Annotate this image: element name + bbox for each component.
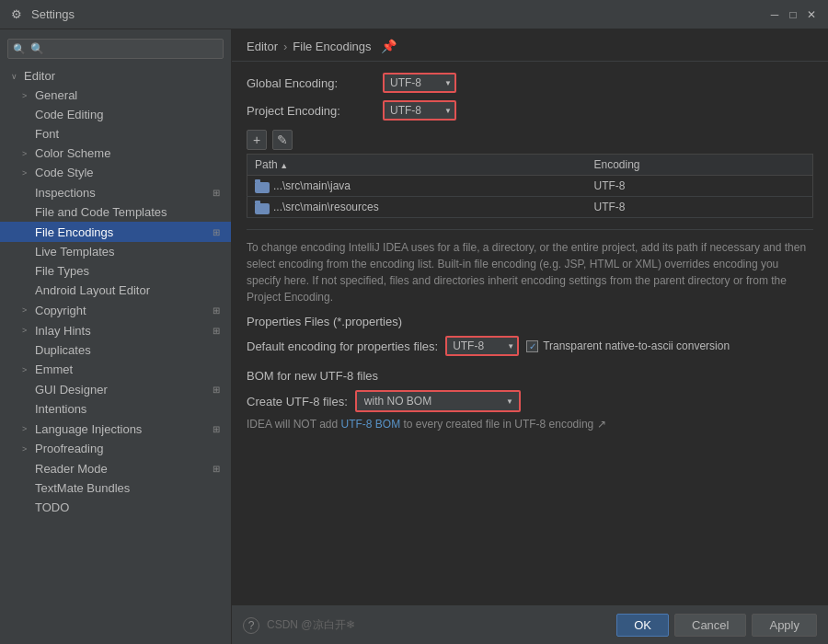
sidebar-item-reader-mode[interactable]: Reader Mode⊞ [0,458,231,478]
sidebar-item-label-emmet: Emmet [35,362,224,376]
project-encoding-row: Project Encoding: UTF-8 [247,100,813,121]
sidebar-item-label-code-style: Code Style [35,166,224,179]
bom-note-suffix: to every created file in UTF-8 encoding … [400,418,605,431]
sidebar-item-file-code-templates[interactable]: File and Code Templates [0,202,231,222]
column-header-encoding[interactable]: Encoding [587,155,813,176]
sidebar-item-label-font: Font [35,127,224,141]
title-bar: ⚙ Settings ─ □ ✕ [0,0,828,29]
sidebar: 🔍 ∨Editor>GeneralCode EditingFont>Color … [0,29,232,644]
cancel-button[interactable]: Cancel [674,614,746,637]
bom-note-link[interactable]: UTF-8 BOM [340,418,400,431]
indicator-icon-gui-designer: ⊞ [209,382,224,397]
description-text: To change encoding IntelliJ IDEA uses fo… [247,229,813,305]
watermark: CSDN @凉白开❄ [267,617,355,633]
table-body: ...\src\main\javaUTF-8...\src\main\resou… [247,176,813,218]
table-row[interactable]: ...\src\main\resourcesUTF-8 [247,197,813,218]
footer-left: ? CSDN @凉白开❄ [243,617,611,634]
sidebar-item-code-style[interactable]: >Code Style [0,163,231,182]
project-encoding-dropdown-wrapper: UTF-8 [383,100,456,121]
table-row[interactable]: ...\src\main\javaUTF-8 [247,176,813,197]
sidebar-item-todo[interactable]: TODO [0,498,231,517]
sidebar-item-language-injections[interactable]: >Language Injections⊞ [0,419,231,439]
sidebar-items-container: ∨Editor>GeneralCode EditingFont>Color Sc… [0,66,231,517]
sidebar-item-label-live-templates: Live Templates [35,245,224,259]
sidebar-item-label-reader-mode: Reader Mode [35,462,205,476]
arrow-icon-general: > [22,91,35,100]
folder-icon [255,182,270,193]
sidebar-item-copyright[interactable]: >Copyright⊞ [0,300,231,320]
indicator-icon-file-encodings: ⊞ [209,224,224,239]
path-encoding-table: Path Encoding ...\src\main\javaUTF-8...\… [247,154,813,218]
column-header-path[interactable]: Path [247,155,587,176]
minimize-button[interactable]: ─ [767,7,782,22]
main-layout: 🔍 ∨Editor>GeneralCode EditingFont>Color … [0,29,828,644]
global-encoding-dropdown[interactable]: UTF-8 [383,73,456,93]
indicator-icon-language-injections: ⊞ [209,421,224,436]
sidebar-item-file-encodings[interactable]: File Encodings⊞ [0,222,231,242]
add-path-button[interactable]: + [247,130,267,150]
sidebar-item-label-color-scheme: Color Scheme [35,146,224,160]
sidebar-item-label-inspections: Inspections [35,186,205,200]
bom-select[interactable]: with NO BOM with BOM [355,390,521,412]
close-button[interactable]: ✕ [804,7,819,22]
sidebar-item-proofreading[interactable]: >Proofreading [0,439,231,458]
bom-create-label: Create UTF-8 files: [247,395,348,408]
edit-path-button[interactable]: ✎ [272,130,293,150]
indicator-icon-inspections: ⊞ [209,185,224,200]
table-cell-encoding: UTF-8 [587,176,813,197]
sidebar-item-inspections[interactable]: Inspections⊞ [0,182,231,202]
transparent-conversion-label: Transparent native-to-ascii conversion [543,339,730,352]
folder-icon [255,203,270,214]
sidebar-item-label-file-types: File Types [35,264,224,278]
properties-encoding-label: Default encoding for properties files: [247,339,438,353]
properties-section-title: Properties Files (*.properties) [247,315,813,328]
help-button[interactable]: ? [243,617,259,634]
sidebar-item-intentions[interactable]: Intentions [0,399,231,419]
sidebar-item-live-templates[interactable]: Live Templates [0,242,231,261]
bom-section-title: BOM for new UTF-8 files [247,369,813,383]
bom-note-text: IDEA will NOT add [247,418,340,431]
table-cell-encoding: UTF-8 [587,197,813,218]
ok-button[interactable]: OK [616,614,669,637]
sidebar-item-code-editing[interactable]: Code Editing [0,105,231,124]
bom-note: IDEA will NOT add UTF-8 BOM to every cre… [247,418,813,431]
sidebar-item-label-textmate-bundles: TextMate Bundles [35,481,224,495]
sidebar-item-editor[interactable]: ∨Editor [0,66,231,86]
sidebar-item-textmate-bundles[interactable]: TextMate Bundles [0,478,231,498]
sidebar-item-label-file-encodings: File Encodings [35,225,205,239]
sidebar-item-emmet[interactable]: >Emmet [0,360,231,379]
project-encoding-label: Project Encoding: [247,104,375,118]
search-input[interactable] [7,39,224,59]
apply-button[interactable]: Apply [752,614,817,637]
breadcrumb-separator: › [283,40,287,53]
sidebar-item-label-inlay-hints: Inlay Hints [35,324,205,338]
table-cell-path: ...\src\main\resources [247,197,587,218]
search-box[interactable]: 🔍 [7,39,224,59]
sidebar-item-file-types[interactable]: File Types [0,261,231,281]
arrow-icon-editor: ∨ [11,72,24,81]
sidebar-item-label-general: General [35,88,224,102]
breadcrumb-parent: Editor [247,40,278,53]
sidebar-item-duplicates[interactable]: Duplicates [0,340,231,360]
sidebar-item-font[interactable]: Font [0,124,231,144]
maximize-button[interactable]: □ [786,7,800,22]
content-body: Global Encoding: UTF-8 Project Encoding:… [232,62,828,605]
arrow-icon-copyright: > [22,305,35,315]
pin-icon[interactable]: 📌 [381,39,397,53]
sidebar-item-color-scheme[interactable]: >Color Scheme [0,144,231,163]
arrow-icon-emmet: > [22,365,35,374]
table-cell-path: ...\src\main\java [247,176,587,197]
arrow-icon-language-injections: > [22,424,35,433]
sidebar-item-label-editor: Editor [24,69,224,83]
sidebar-item-general[interactable]: >General [0,86,231,105]
transparent-conversion-checkbox[interactable] [526,340,538,352]
bom-section: BOM for new UTF-8 files Create UTF-8 fil… [247,369,813,431]
properties-encoding-dropdown[interactable]: UTF-8 [445,336,519,356]
sidebar-item-android-layout-editor[interactable]: Android Layout Editor [0,281,231,300]
sidebar-item-label-intentions: Intentions [35,402,224,416]
sidebar-item-gui-designer[interactable]: GUI Designer⊞ [0,379,231,399]
footer: ? CSDN @凉白开❄ OK Cancel Apply [232,605,828,644]
sidebar-item-inlay-hints[interactable]: >Inlay Hints⊞ [0,320,231,340]
arrow-icon-inlay-hints: > [22,326,35,335]
project-encoding-dropdown[interactable]: UTF-8 [383,100,456,121]
